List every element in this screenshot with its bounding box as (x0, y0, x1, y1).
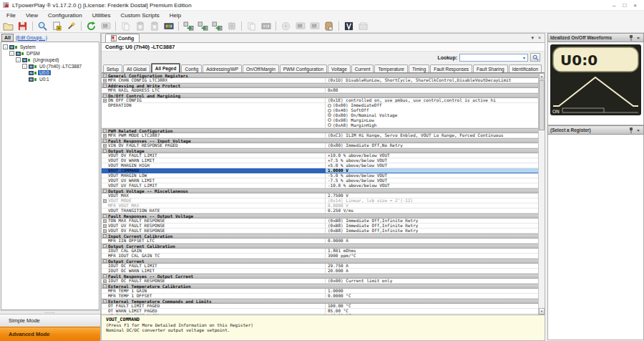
register-row-vout-margin-low[interactable]: VOUT_MARGIN_LOW-5.0 % above/below VOUT (102, 173, 538, 178)
fault-log-icon[interactable] (322, 21, 336, 32)
section-row-external-temperature-calibration[interactable]: -External Temperature Calibration (102, 284, 538, 289)
register-row-iout-cal-gain[interactable]: IOUT_CAL_GAIN1.801 mOhms (102, 249, 538, 254)
minimize-button[interactable]: – (613, 2, 615, 9)
expand-icon[interactable]: + (103, 279, 107, 283)
menu-view[interactable]: View (21, 12, 43, 19)
vertical-scrollbar[interactable]: ▲ ▼ (538, 73, 545, 314)
collapse-icon[interactable]: - (103, 94, 107, 97)
collapse-icon[interactable]: - (103, 274, 107, 278)
menu-file[interactable]: File (1, 12, 21, 19)
collapse-icon[interactable]: - (103, 234, 107, 238)
section-row-output-current[interactable]: -Output Current (102, 259, 538, 264)
register-value[interactable]: 0.0000 A (326, 239, 538, 243)
tree-collapse-icon[interactable]: - (22, 64, 27, 69)
register-value[interactable]: -5.0 % above/below VOUT (326, 173, 538, 178)
expand-icon[interactable]: + (103, 229, 107, 233)
expand-icon[interactable]: + (103, 144, 107, 148)
collapse-icon[interactable]: - (103, 299, 107, 303)
register-row-vout-uv-warn-limit[interactable]: VOUT_UV_WARN_LIMIT-7.5 % above/below VOU… (102, 178, 538, 183)
collapse-icon[interactable]: - (103, 84, 107, 87)
advanced-mode-button[interactable]: Advanced Mode (0, 327, 100, 341)
subtab-all-global[interactable]: All Global (123, 64, 150, 72)
register-value[interactable]: (0x1D) DisableRunLow, ShortCycle, ShareC… (326, 78, 538, 82)
register-row-ot-warn-limit-paged[interactable]: OT_WARN_LIMIT_PAGED85.00 °C (102, 309, 538, 314)
pc-to-ram-icon[interactable] (182, 21, 195, 32)
radio-button[interactable] (328, 113, 331, 117)
pin-icon[interactable] (628, 35, 634, 41)
subtab-current[interactable]: Current (351, 64, 374, 72)
save-icon[interactable] (16, 21, 29, 32)
register-row-iout-oc-fault-response[interactable]: +IOUT_OC_FAULT_RESPONSE(0x00) Current li… (102, 279, 538, 284)
expand-icon[interactable]: + (103, 199, 107, 203)
radio-option-0xa8-marginhigh[interactable]: (0xA8) MarginHigh (326, 123, 538, 128)
section-row-input-current-calibration[interactable]: -Input Current Calibration (102, 234, 538, 239)
edit-groups-link[interactable]: (Edit Groups...) (16, 35, 47, 40)
subtab-timing[interactable]: Timing (409, 64, 429, 72)
subtab-setup[interactable]: Setup (103, 64, 122, 72)
register-row-vout-ov-fault-response[interactable]: +VOUT_OV_FAULT_RESPONSE(0xB8) Immediate … (102, 229, 538, 234)
device-tree[interactable]: -System-DPSM-(Ungrouped)-U0 (7h40) -LTC3… (1, 42, 99, 310)
register-row-mfr-iout-cal-gain-tc[interactable]: MFR_IOUT_CAL_GAIN_TC3900 ppm/°C (102, 254, 538, 259)
menu-custom-scripts[interactable]: Custom Scripts (115, 12, 164, 19)
register-value[interactable]: 29.750 A (326, 264, 538, 268)
tree-node-u0-7h40-ltc3887[interactable]: -U0 (7h40) -LTC3887 (1, 63, 99, 69)
subtab-fault-sharing[interactable]: Fault Sharing (473, 64, 508, 72)
register-value[interactable]: 0.0000 V (326, 203, 538, 208)
subtab-all-paged[interactable]: All Paged (151, 63, 181, 72)
tab-menu-button[interactable]: ▾ (531, 35, 534, 41)
register-row-iout-oc-fault-limit[interactable]: IOUT_OC_FAULT_LIMIT29.750 A (102, 264, 538, 269)
radio-button[interactable] (328, 123, 331, 127)
tree-node-u0-1[interactable]: U0:1 (1, 76, 99, 82)
section-row-addressing-and-write-protect[interactable]: -Addressing and Write Protect (102, 83, 538, 88)
menu-configuration[interactable]: Configuration (43, 12, 87, 19)
maximize-button[interactable]: □ (623, 2, 626, 9)
expand-icon[interactable]: + (103, 219, 107, 223)
register-row-vout-mode[interactable]: +VOUT_MODE(0x14) Linear, lsb_size = 2^(-… (102, 198, 538, 203)
register-row-mfr-rail-address-ltc[interactable]: MFR_RAIL_ADDRESS_LTC0x80 (102, 88, 538, 93)
zoom-icon[interactable] (36, 21, 49, 32)
register-row-vout-uv-fault-limit[interactable]: VOUT_UV_FAULT_LIMIT-10.0 % above/below V… (102, 183, 538, 188)
collapse-icon[interactable]: - (103, 244, 107, 248)
register-detail-panel-close-icon[interactable]: × (635, 128, 641, 133)
scroll-up-button[interactable]: ▲ (539, 73, 545, 80)
register-row-mfr-iin-offset-ltc[interactable]: MFR_IIN_OFFSET_LTC0.0000 A (102, 239, 538, 244)
ram-to-nvm-icon[interactable] (196, 21, 210, 32)
verify-icon[interactable] (342, 21, 356, 32)
simple-mode-button[interactable]: Simple Mode (0, 314, 100, 327)
register-value[interactable]: +7.5 % above/below VOUT (326, 158, 538, 163)
menu-utilities[interactable]: Utilities (87, 12, 116, 19)
collapse-icon[interactable]: - (103, 139, 107, 143)
section-row-general-configuration-registers[interactable]: -General Configuration Registers (102, 73, 538, 78)
subtab-config[interactable]: Config (181, 64, 202, 72)
register-row-vout-ov-fault-limit[interactable]: VOUT_OV_FAULT_LIMIT+10.0 % above/below V… (102, 153, 538, 158)
register-value[interactable]: 100.00 °C (326, 304, 538, 308)
register-row-operation[interactable]: OPERATION(0x00) ImmediateOff(0x40) SoftO… (102, 103, 538, 128)
section-row-output-voltage-miscellaneous[interactable]: -Output Voltage -- Miscellaneous (102, 188, 538, 193)
register-row-vout-ov-warn-limit[interactable]: VOUT_OV_WARN_LIMIT+7.5 % above/below VOU… (102, 158, 538, 163)
register-value[interactable]: (0x14) Linear, lsb_size = 2^(-12) (326, 198, 538, 203)
section-row-fault-responses-output-current[interactable]: -Fault Responses -- Output Current (102, 274, 538, 279)
register-row-mfr-pwm-mode-ltc3887[interactable]: +MFR_PWM_MODE_LTC3887(0xC3) ILIM Hi Rang… (102, 133, 538, 138)
section-row-output-voltage[interactable]: -Output Voltage (102, 148, 538, 153)
register-value[interactable]: 20.000 A (326, 269, 538, 273)
radio-button[interactable] (328, 118, 331, 122)
scroll-track[interactable] (539, 131, 545, 308)
tab-config[interactable]: Config (105, 34, 140, 42)
register-value[interactable]: (0xC3) ILIM Hi Range, Servo Enbled, VOUT… (326, 133, 538, 138)
subtab-temperature[interactable]: Temperature (374, 64, 408, 72)
section-row-on-off-control-and-margining[interactable]: -On/Off Control and Margining (102, 93, 538, 98)
register-value[interactable]: 1.801 mOhms (326, 249, 538, 253)
menu-help[interactable]: Help (165, 12, 186, 19)
section-row-output-current-calibration[interactable]: -Output Current Calibration (102, 244, 538, 249)
register-value[interactable]: 0x80 (326, 88, 538, 92)
nvm-to-ram-icon[interactable] (210, 21, 224, 32)
collapse-icon[interactable]: - (103, 74, 107, 77)
scroll-down-button[interactable]: ▼ (539, 308, 545, 314)
register-value[interactable]: 1.0000 V (326, 168, 538, 173)
register-value[interactable]: (0xB8) Immediate Off,Infinite_Retry (326, 218, 538, 223)
register-row-vout-uv-fault-response[interactable]: +VOUT_UV_FAULT_RESPONSE(0xB8) Immediate … (102, 224, 538, 229)
register-row-mfr-chan-config-ltc388x[interactable]: +MFR_CHAN_CONFIG_LTC388X(0x1D) DisableRu… (102, 78, 538, 83)
register-value[interactable]: +10.0 % above/below VOUT (326, 153, 538, 158)
register-value[interactable]: (0xB8) Immediate Off,Infinite_Retry (326, 229, 538, 233)
register-value[interactable]: (0x00) Current limit only (326, 279, 538, 283)
